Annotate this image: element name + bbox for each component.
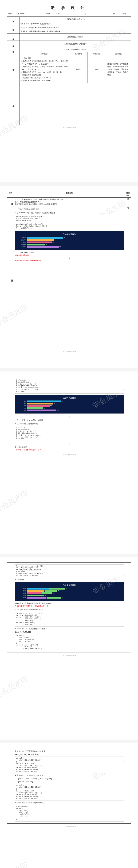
key-label: 教学重点: [7, 33, 20, 40]
method: 讲授法、任务驱动法、示范法: [20, 48, 131, 52]
code-7: # 第三子区变系列 series = { 'type':'bar', 'data…: [15, 805, 124, 822]
time-col-5: [125, 748, 131, 824]
goal-label: 教学目标: [7, 22, 20, 33]
intro-content: 导入：上节课我们分析了课题，接着数据关注主题框架[源代码] 提问：那主题框架搭建…: [14, 197, 125, 207]
s1-5: 2. 在 pylaot 模块底部负责绘制: [15, 423, 124, 425]
footer: CSDN·非做公的账簿: [7, 825, 131, 828]
course-label: 课时: [8, 12, 16, 15]
s3a: （三）主题富：设 y 轴的第一条数据: [15, 419, 124, 422]
intro-time: 15: [125, 197, 131, 207]
watermark: 非会员水印: [0, 488, 30, 515]
note-chart: 绘制第一环节及每个块分割线一个对应: [15, 259, 124, 262]
chart-2-title: 已替换·截至目前: [17, 584, 122, 586]
step-col-4: [7, 563, 14, 653]
proc-table-4: fig = plt.figure(figsize=(10,6)) ax1 = f…: [7, 562, 131, 653]
code-2a: # pylaot 模块 # 负责绘制图形底部 # ax.barh(y, widt…: [15, 379, 124, 394]
step-col-5: [7, 748, 14, 824]
s5-1d: data:[100, 199, 108, 108, 103]: [15, 753, 124, 755]
chart-0: 已替换·截至目前 福建江苏80浙江四川60广西河南55安徽湖北40其他省份70: [15, 231, 124, 250]
s3: 3、新建画布: [15, 579, 124, 581]
step-main: 三、新课讲授: [7, 207, 14, 349]
col-content: 教学内容: [20, 52, 69, 56]
s5-3: 5. series 第三个子区变系列 data 数据: [15, 802, 124, 804]
arrow-down-2: ↓: [15, 442, 124, 445]
goal-2: 能力目标：能使用 Echarts 完成短视频效果的显示: [20, 26, 131, 30]
page-3: 非会员水印 非会员水印 # pylaot 模块 # 负责绘制图形底部 # ax.…: [0, 372, 138, 554]
goal-3: 素养目标：培养学生创新的兴趣，和短视频的综合素养: [20, 30, 131, 33]
main-content: 一、完整代码及最终效果呈现图 1. 在 matplotlib.style 模块下…: [14, 207, 125, 349]
s4-2d: data:[79, 79, 80, 80]: [15, 631, 124, 633]
arrow-down: ↓: [15, 256, 124, 259]
diff: 任务四短视频效果代码的编写: [20, 40, 131, 48]
code-6: series3 = { 'data':[100,199,108,108,103]…: [15, 784, 124, 800]
s4: (四) 定义 x、含重点标注子区域索引及显示标题: [15, 602, 124, 604]
content-label: 教学准备: [7, 52, 20, 83]
s4-2: 2. series 第二个子区变颜色的 data 数据：: [15, 627, 124, 630]
chart-1-title: 已替换·截至目前: [17, 397, 122, 399]
time-col-3: [125, 377, 131, 452]
main-time: 70: [125, 207, 131, 349]
s4-1: 1. columns 第一个子区变绘制 data_a: [15, 608, 124, 611]
page-2: 非会员水印 非会员水印 过程 教学过程 时间分配 新课导入 导入：上节课我们分析…: [0, 186, 138, 368]
day-label: 日: [112, 12, 121, 15]
s5-1: 3. series 第二个子区变颜色的 data 数据：: [15, 750, 124, 752]
reflect-empty: [20, 83, 131, 125]
time-col-4: [125, 563, 131, 653]
code-5: series2 = { 'name':'次系列', 'data':[79,79,…: [15, 634, 124, 651]
s4-note: 含各省市标注子区域索引，对应 yticklabels 行号: [15, 605, 124, 607]
col-student: 学生活动: [87, 52, 106, 56]
s1-6: 3. 分解创建子图: [15, 446, 124, 448]
footer: CSDN·非做公的账簿: [7, 350, 131, 353]
col-intent: 设计意图: [106, 52, 131, 56]
step-intro: 新课导入: [7, 197, 14, 207]
s5-2d: ——['ECOC', 'VIP', 'Javascript', 'VUE', '…: [15, 778, 124, 780]
row1-student: 聆听: [87, 56, 106, 83]
header-row: 课时 第 8 课时 年级 20 年 月 日 星期: [7, 12, 131, 15]
diff-label: 教学难点: [7, 40, 20, 48]
footer: CSDN·非做公的账簿: [7, 454, 131, 456]
code-3a: fig = plt.figure(figsize=(10,6)) ax1 = f…: [15, 564, 124, 578]
chart-0-title: 已替换·截至目前: [17, 233, 122, 236]
row1-teacher: 讲授法: [69, 56, 88, 83]
reflect-label: 教学反思: [7, 83, 20, 125]
content-5: 3. series 第二个子区变颜色的 data 数据： data:[100, …: [14, 748, 125, 824]
col-teacher: 教师活动: [69, 52, 88, 56]
footer: CSDN·非做公的账簿: [7, 654, 131, 657]
month-val: 月: [84, 12, 92, 15]
s1-3: （二）详细讲解代码功能: [15, 251, 124, 254]
note-sub: ↑ 前获取、一级分解为两部分：一小节: [15, 449, 124, 451]
code-4: columns = ['A','B','C','D','E'] data_a =…: [15, 612, 124, 627]
footer: CSDN·非做公的账簿: [7, 127, 131, 129]
s5-2e: ——[80, 80, 80, 90, 80]: [15, 781, 124, 783]
method-label: 教学方法: [7, 48, 20, 52]
content-3: # pylaot 模块 # 负责绘制图形底部 # ax.barh(y, widt…: [14, 377, 125, 452]
code-2: # pylaot 模块 # 负责绘制图形底部 # ax.barh(y, widt…: [15, 426, 124, 441]
proc-table: 过程 教学过程 时间分配 新课导入 导入：上节课我们分析了课题，接着数据关注主题…: [7, 191, 131, 349]
proc-table-5: 3. series 第二个子区变颜色的 data 数据： data:[100, …: [7, 748, 131, 824]
step-col: [7, 377, 14, 452]
key: Echarts 的定义和使用: [20, 33, 131, 40]
proc-table-3: # pylaot 模块 # 负责绘制图形底部 # ax.barh(y, widt…: [7, 377, 131, 452]
watermark: 非会员水印: [0, 674, 30, 700]
content-4: fig = plt.figure(figsize=(10,6)) ax1 = f…: [14, 563, 125, 653]
th-step: 过程: [7, 191, 14, 197]
code-6a: series3 = { 'data':[100,199,108,108,103]…: [15, 756, 124, 773]
design-table: 课题 任务四短视频的实现（二） 教学目标 知识目标：了解 Echarts 的定义…: [7, 17, 131, 125]
arrow-up: ↑: [15, 415, 124, 418]
topic-label: 课题: [7, 17, 20, 22]
chart-1: 已替换·截至目前 A类75B类58C类50D类35E类65: [15, 395, 124, 413]
page-5: 非会员水印 非会员水印 3. series 第二个子区变颜色的 data 数据：…: [0, 743, 138, 868]
th-time: 时间分配: [125, 191, 131, 197]
course-val: 第 8 课时: [17, 12, 26, 15]
row1-content: 一、前情回顾 1. 算术运算符（加减乘除四则运算、幂运算（**）、 取商运算（/…: [20, 56, 69, 83]
page-1: 非会员水印 非会员水印 教 学 设 计 课时 第 8 课时 年级 20 年 月 …: [0, 0, 138, 182]
row1-intent: 通过前情回顾，让学生温故知新。对学过的知识及时复习巩固。学生可以通过回顾加深印象…: [106, 56, 131, 83]
year-label: 年级: [46, 12, 54, 15]
year-val: 20 年: [55, 12, 63, 15]
s5-2: 4. 定义显示，x 显示刻度线 data 数据: [15, 774, 124, 777]
page-4: 非会员水印 非会员水印 fig = plt.figure(figsize=(10…: [0, 557, 138, 740]
s1-2: 1. 在 matplotlib.style 模块下调第一个主题的风格函数: [15, 212, 124, 214]
topic: 任务四短视频的实现（二）: [20, 17, 131, 22]
th-content: 教学过程: [14, 191, 125, 197]
watermark: 非会员水印: [0, 860, 30, 868]
